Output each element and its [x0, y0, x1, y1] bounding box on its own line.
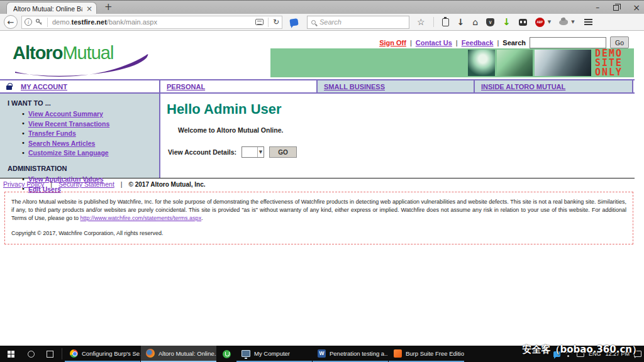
sidebar-section-i-want-to: I WANT TO ...: [8, 99, 159, 107]
close-window-button[interactable]: ×: [633, 1, 640, 14]
security-statement-link[interactable]: Security Statement: [58, 180, 114, 188]
bullet-icon: •: [21, 111, 25, 118]
taskbar-firefox-window[interactable]: Altoro Mutual: Online...: [141, 346, 216, 362]
browser-tab[interactable]: Altoro Mutual: Online Banking... ×: [6, 2, 97, 14]
taskbar-divider: [62, 348, 62, 359]
bird-extension-icon[interactable]: [559, 19, 568, 25]
task-view-button[interactable]: [40, 346, 59, 362]
header-banner: DEMO SITE ONLY: [270, 48, 634, 77]
computer-icon: [242, 350, 250, 357]
account-details-row: View Account Details: ▼ GO: [168, 146, 635, 158]
taskbar-label: My Computer: [254, 350, 290, 357]
feedback-link[interactable]: Feedback: [462, 39, 494, 47]
watchfire-terms-link[interactable]: http://www.watchfire.com/statements/term…: [80, 215, 202, 221]
extension-caret-icon[interactable]: ▼: [571, 19, 574, 25]
sidebar-link-label[interactable]: Transfer Funds: [28, 129, 76, 137]
tab-close-icon[interactable]: ×: [86, 4, 92, 13]
new-tab-button[interactable]: +: [104, 1, 113, 13]
demo-site-only-text: DEMO SITE ONLY: [595, 48, 623, 77]
taskbar-word-window[interactable]: W Penetration testing a...: [313, 346, 388, 362]
banner-photo-meeting: [535, 50, 591, 76]
firefox-icon: [146, 349, 155, 358]
header-search-input[interactable]: [530, 37, 606, 48]
sidebar: I WANT TO ... • View Account Summary • V…: [0, 94, 160, 178]
minimize-button[interactable]: –: [596, 1, 599, 14]
chevron-down-icon: ▼: [257, 147, 264, 157]
chrome-icon: [70, 349, 78, 358]
search-placeholder: Search: [319, 18, 341, 26]
search-icon: [311, 20, 316, 25]
sidebar-link-label[interactable]: View Recent Transactions: [28, 120, 109, 128]
sidebar-item-account-summary[interactable]: • View Account Summary: [21, 110, 159, 118]
bullet-icon: •: [21, 130, 25, 137]
reader-mode-icon[interactable]: [255, 19, 264, 25]
taskbar-burp-window[interactable]: Burp Suite Free Editio...: [389, 346, 464, 362]
start-button[interactable]: [0, 346, 21, 362]
footer: Privacy Policy | Security Statement | © …: [3, 180, 206, 188]
sidebar-link-label[interactable]: View Account Summary: [28, 110, 103, 118]
browser-toolbar: ← i demo.testfire.net/bank/main.aspx ↻ S…: [0, 14, 644, 31]
sign-off-link[interactable]: Sign Off: [379, 39, 406, 47]
nav-cell-small-business: SMALL BUSINESS: [318, 80, 475, 92]
address-bar[interactable]: i demo.testfire.net/bank/main.aspx ↻: [21, 16, 282, 29]
main-content: Hello Admin User Welcome to Altoro Mutua…: [160, 94, 635, 178]
cortana-button[interactable]: [21, 346, 40, 362]
lock-icon: [6, 85, 12, 90]
nav-personal[interactable]: PERSONAL: [167, 83, 205, 90]
site-header-links: Sign Off | Contact Us | Feedback | Searc…: [379, 36, 629, 48]
go-button[interactable]: GO: [269, 146, 297, 158]
home-icon[interactable]: ⌂: [472, 18, 478, 26]
downloads-icon[interactable]: ↓: [457, 18, 465, 26]
sidebar-item-recent-transactions[interactable]: • View Recent Transactions: [21, 120, 159, 128]
sidebar-item-transfer-funds[interactable]: • Transfer Funds: [21, 129, 159, 137]
taskbar-label: Altoro Mutual: Online...: [158, 350, 216, 357]
nav-cell-inside-altoro: INSIDE ALTORO MUTUAL: [475, 80, 633, 92]
bullet-icon: •: [21, 150, 25, 156]
account-select-dropdown[interactable]: ▼: [242, 146, 264, 158]
nav-cell-my-account: MY ACCOUNT: [0, 80, 160, 92]
url-text[interactable]: demo.testfire.net/bank/main.aspx: [52, 18, 255, 26]
disclaimer-text: The Altoro Mutual website is published b…: [11, 198, 626, 222]
privacy-policy-link[interactable]: Privacy Policy: [3, 180, 44, 188]
menu-icon[interactable]: [584, 19, 592, 25]
window-controls: – ×: [596, 1, 640, 14]
nav-small-business[interactable]: SMALL BUSINESS: [324, 83, 385, 90]
download-helper-icon[interactable]: ↓: [502, 16, 511, 28]
site-info-icon[interactable]: i: [25, 18, 32, 26]
browser-search-box[interactable]: Search: [307, 16, 409, 29]
altoro-mutual-logo[interactable]: AltoroMutual: [13, 43, 157, 75]
taskbar-label: Penetration testing a...: [330, 350, 388, 357]
nav-my-account[interactable]: MY ACCOUNT: [21, 83, 67, 90]
footer-separator2: |: [121, 180, 123, 188]
page-content: Sign Off | Contact Us | Feedback | Searc…: [0, 31, 644, 346]
contact-us-link[interactable]: Contact Us: [416, 39, 452, 47]
reading-list-icon[interactable]: [442, 18, 449, 26]
reload-icon[interactable]: ↻: [273, 18, 279, 26]
header-separator3: |: [497, 39, 499, 47]
burp-suite-icon: [394, 349, 402, 358]
sidebar-link-label[interactable]: Customize Site Language: [28, 149, 109, 156]
key-icon[interactable]: [35, 18, 43, 26]
sidebar-item-search-news[interactable]: • Search News Articles: [21, 140, 159, 147]
extension-dark-icon[interactable]: [519, 19, 527, 26]
taskbar-chrome-window[interactable]: Configuring Burp's Se...: [65, 346, 140, 362]
adblock-caret-icon[interactable]: ▼: [548, 19, 551, 25]
banner-photo-woman: [468, 50, 495, 76]
taskbar-utorrent-button[interactable]: [217, 346, 236, 362]
browser-titlebar: Altoro Mutual: Online Banking... × + – ×: [0, 0, 644, 14]
restore-button[interactable]: [613, 5, 619, 11]
toolbar-separator: [433, 17, 434, 27]
task-view-icon: [47, 351, 53, 358]
pocket-icon[interactable]: ∨: [486, 18, 494, 26]
sidebar-link-label[interactable]: Search News Articles: [28, 140, 95, 147]
nav-inside-altoro-mutual[interactable]: INSIDE ALTORO MUTUAL: [481, 83, 565, 90]
bookmark-star-icon[interactable]: ☆: [417, 18, 425, 26]
extension-pin-icon[interactable]: [289, 18, 298, 26]
header-go-button[interactable]: Go: [610, 36, 629, 48]
footer-copyright: © 2017 Altoro Mutual, Inc.: [129, 181, 206, 188]
sidebar-item-customize-language[interactable]: • Customize Site Language: [21, 149, 159, 156]
taskbar-my-computer-window[interactable]: My Computer: [236, 346, 312, 362]
adblock-icon[interactable]: ABP: [535, 18, 545, 27]
word-icon: W: [318, 349, 326, 358]
back-button[interactable]: ←: [4, 15, 18, 29]
